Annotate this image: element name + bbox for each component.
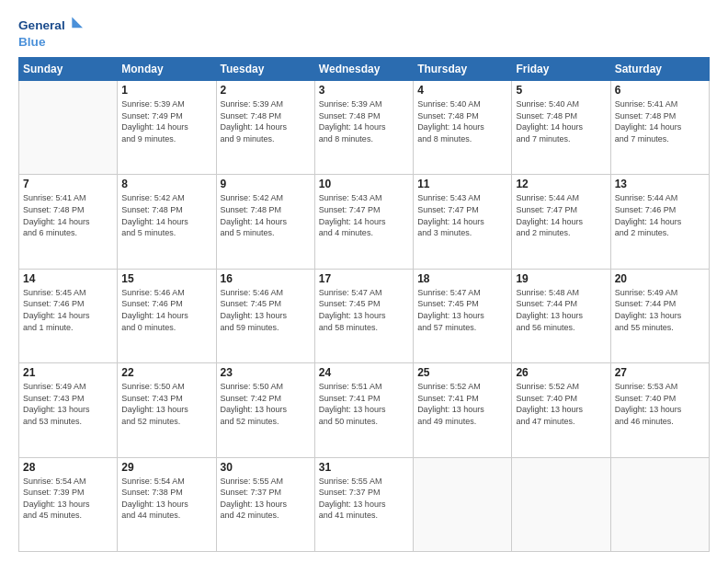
day-cell: 20Sunrise: 5:49 AM Sunset: 7:44 PM Dayli…: [610, 269, 709, 362]
day-cell: 17Sunrise: 5:47 AM Sunset: 7:45 PM Dayli…: [314, 269, 413, 362]
week-row-2: 14Sunrise: 5:45 AM Sunset: 7:46 PM Dayli…: [19, 269, 710, 362]
day-cell: [19, 81, 118, 175]
day-info: Sunrise: 5:47 AM Sunset: 7:45 PM Dayligh…: [417, 287, 507, 333]
day-info: Sunrise: 5:40 AM Sunset: 7:48 PM Dayligh…: [417, 98, 507, 144]
svg-marker-2: [72, 17, 83, 28]
day-number: 27: [615, 366, 705, 379]
day-cell: 26Sunrise: 5:52 AM Sunset: 7:40 PM Dayli…: [512, 363, 610, 457]
day-info: Sunrise: 5:39 AM Sunset: 7:49 PM Dayligh…: [121, 98, 211, 144]
day-info: Sunrise: 5:50 AM Sunset: 7:43 PM Dayligh…: [121, 381, 211, 427]
day-cell: 30Sunrise: 5:55 AM Sunset: 7:37 PM Dayli…: [216, 457, 314, 551]
day-cell: 29Sunrise: 5:54 AM Sunset: 7:38 PM Dayli…: [118, 457, 216, 551]
calendar-body: 1Sunrise: 5:39 AM Sunset: 7:49 PM Daylig…: [19, 81, 710, 552]
day-cell: 18Sunrise: 5:47 AM Sunset: 7:45 PM Dayli…: [414, 269, 512, 362]
day-number: 28: [23, 461, 113, 474]
weekday-header-tuesday: Tuesday: [216, 58, 314, 81]
day-info: Sunrise: 5:53 AM Sunset: 7:40 PM Dayligh…: [615, 381, 705, 427]
week-row-4: 28Sunrise: 5:54 AM Sunset: 7:39 PM Dayli…: [19, 457, 710, 551]
day-cell: [414, 457, 512, 551]
day-cell: 10Sunrise: 5:43 AM Sunset: 7:47 PM Dayli…: [314, 175, 413, 269]
day-info: Sunrise: 5:51 AM Sunset: 7:41 PM Dayligh…: [319, 381, 409, 427]
svg-text:Blue: Blue: [18, 35, 46, 49]
day-cell: 4Sunrise: 5:40 AM Sunset: 7:48 PM Daylig…: [414, 81, 512, 175]
day-number: 7: [23, 178, 113, 190]
weekday-header-friday: Friday: [512, 58, 610, 81]
day-info: Sunrise: 5:39 AM Sunset: 7:48 PM Dayligh…: [221, 98, 311, 144]
day-cell: 3Sunrise: 5:39 AM Sunset: 7:48 PM Daylig…: [314, 81, 413, 175]
day-number: 31: [319, 461, 409, 474]
day-number: 26: [516, 366, 606, 379]
day-number: 15: [121, 272, 211, 285]
svg-text:General: General: [18, 18, 65, 32]
day-number: 14: [23, 272, 113, 285]
day-info: Sunrise: 5:44 AM Sunset: 7:47 PM Dayligh…: [516, 192, 606, 238]
day-number: 10: [319, 178, 409, 190]
calendar-table: SundayMondayTuesdayWednesdayThursdayFrid…: [18, 57, 710, 552]
day-number: 2: [221, 84, 311, 97]
day-cell: 27Sunrise: 5:53 AM Sunset: 7:40 PM Dayli…: [610, 363, 709, 457]
weekday-row: SundayMondayTuesdayWednesdayThursdayFrid…: [19, 58, 710, 81]
day-info: Sunrise: 5:47 AM Sunset: 7:45 PM Dayligh…: [319, 287, 409, 333]
day-cell: 2Sunrise: 5:39 AM Sunset: 7:48 PM Daylig…: [216, 81, 314, 175]
weekday-header-wednesday: Wednesday: [314, 58, 413, 81]
day-cell: 24Sunrise: 5:51 AM Sunset: 7:41 PM Dayli…: [314, 363, 413, 457]
week-row-3: 21Sunrise: 5:49 AM Sunset: 7:43 PM Dayli…: [19, 363, 710, 457]
logo: General Blue: [18, 15, 83, 50]
day-cell: 6Sunrise: 5:41 AM Sunset: 7:48 PM Daylig…: [610, 81, 709, 175]
day-number: 25: [417, 366, 507, 379]
logo-icon: General Blue: [18, 15, 83, 50]
weekday-header-monday: Monday: [118, 58, 216, 81]
day-number: 4: [417, 84, 507, 97]
day-info: Sunrise: 5:42 AM Sunset: 7:48 PM Dayligh…: [221, 192, 311, 238]
day-cell: 19Sunrise: 5:48 AM Sunset: 7:44 PM Dayli…: [512, 269, 610, 362]
day-number: 11: [417, 178, 507, 190]
day-info: Sunrise: 5:39 AM Sunset: 7:48 PM Dayligh…: [319, 98, 409, 144]
day-cell: 8Sunrise: 5:42 AM Sunset: 7:48 PM Daylig…: [118, 175, 216, 269]
day-number: 16: [221, 272, 311, 285]
day-cell: 7Sunrise: 5:41 AM Sunset: 7:48 PM Daylig…: [19, 175, 118, 269]
day-info: Sunrise: 5:52 AM Sunset: 7:41 PM Dayligh…: [417, 381, 507, 427]
weekday-header-thursday: Thursday: [414, 58, 512, 81]
day-info: Sunrise: 5:55 AM Sunset: 7:37 PM Dayligh…: [319, 476, 409, 522]
day-info: Sunrise: 5:44 AM Sunset: 7:46 PM Dayligh…: [615, 192, 705, 238]
day-cell: 12Sunrise: 5:44 AM Sunset: 7:47 PM Dayli…: [512, 175, 610, 269]
day-number: 29: [121, 461, 211, 474]
day-info: Sunrise: 5:43 AM Sunset: 7:47 PM Dayligh…: [319, 192, 409, 238]
day-number: 30: [221, 461, 311, 474]
day-number: 19: [516, 272, 606, 285]
day-number: 9: [221, 178, 311, 190]
day-number: 22: [121, 366, 211, 379]
day-number: 12: [516, 178, 606, 190]
day-cell: 15Sunrise: 5:46 AM Sunset: 7:46 PM Dayli…: [118, 269, 216, 362]
day-info: Sunrise: 5:54 AM Sunset: 7:38 PM Dayligh…: [121, 476, 211, 522]
day-info: Sunrise: 5:45 AM Sunset: 7:46 PM Dayligh…: [23, 287, 113, 333]
day-number: 13: [615, 178, 705, 190]
day-number: 21: [23, 366, 113, 379]
weekday-header-sunday: Sunday: [19, 58, 118, 81]
day-number: 6: [615, 84, 705, 97]
day-number: 1: [121, 84, 211, 97]
day-cell: 25Sunrise: 5:52 AM Sunset: 7:41 PM Dayli…: [414, 363, 512, 457]
day-number: 24: [319, 366, 409, 379]
calendar-header: SundayMondayTuesdayWednesdayThursdayFrid…: [19, 58, 710, 81]
week-row-0: 1Sunrise: 5:39 AM Sunset: 7:49 PM Daylig…: [19, 81, 710, 175]
day-cell: 16Sunrise: 5:46 AM Sunset: 7:45 PM Dayli…: [216, 269, 314, 362]
weekday-header-saturday: Saturday: [610, 58, 709, 81]
day-number: 18: [417, 272, 507, 285]
day-cell: 13Sunrise: 5:44 AM Sunset: 7:46 PM Dayli…: [610, 175, 709, 269]
day-cell: 28Sunrise: 5:54 AM Sunset: 7:39 PM Dayli…: [19, 457, 118, 551]
day-cell: 1Sunrise: 5:39 AM Sunset: 7:49 PM Daylig…: [118, 81, 216, 175]
day-cell: 31Sunrise: 5:55 AM Sunset: 7:37 PM Dayli…: [314, 457, 413, 551]
day-cell: 23Sunrise: 5:50 AM Sunset: 7:42 PM Dayli…: [216, 363, 314, 457]
day-number: 23: [221, 366, 311, 379]
day-info: Sunrise: 5:50 AM Sunset: 7:42 PM Dayligh…: [221, 381, 311, 427]
day-cell: 14Sunrise: 5:45 AM Sunset: 7:46 PM Dayli…: [19, 269, 118, 362]
day-number: 17: [319, 272, 409, 285]
day-info: Sunrise: 5:54 AM Sunset: 7:39 PM Dayligh…: [23, 476, 113, 522]
day-number: 8: [121, 178, 211, 190]
day-info: Sunrise: 5:42 AM Sunset: 7:48 PM Dayligh…: [121, 192, 211, 238]
day-cell: 21Sunrise: 5:49 AM Sunset: 7:43 PM Dayli…: [19, 363, 118, 457]
calendar-page: General Blue SundayMondayTuesdayWednesda…: [0, 0, 728, 563]
day-info: Sunrise: 5:43 AM Sunset: 7:47 PM Dayligh…: [417, 192, 507, 238]
header: General Blue: [18, 15, 710, 50]
